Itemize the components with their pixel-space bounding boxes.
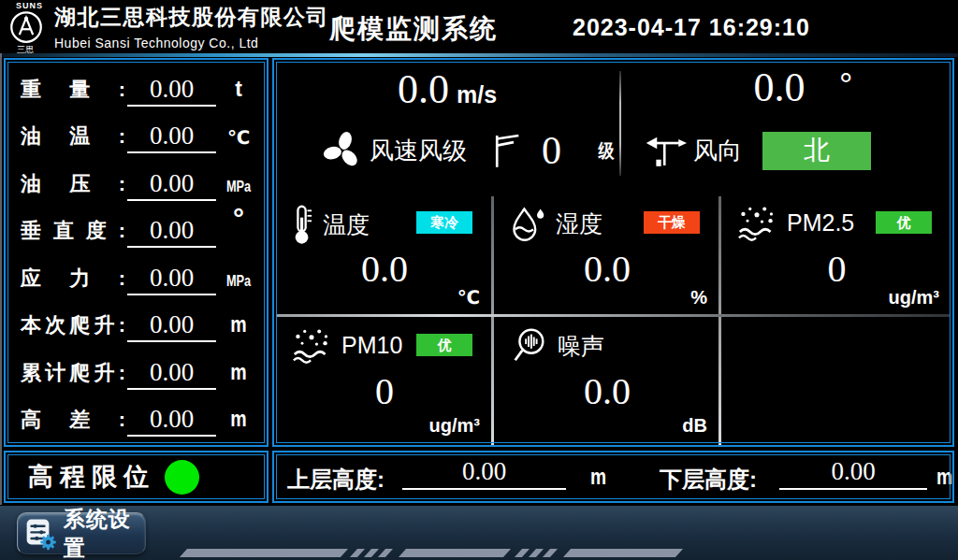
upper-height-value: 0.00 — [402, 459, 566, 490]
upper-height-unit: m — [590, 464, 606, 490]
wind-barb-icon — [491, 132, 521, 169]
weight-value: 0.00 — [127, 77, 216, 107]
verticality-unit: ° — [220, 205, 257, 251]
height-diff-unit: m — [223, 409, 254, 440]
screen-edge-highlight — [0, 53, 2, 560]
thermometer-icon — [291, 204, 313, 245]
grid-divider-vertical-2 — [718, 196, 721, 445]
company-name-en: Hubei Sansi Technology Co., Ltd — [54, 36, 329, 50]
temperature-label: 温度 — [323, 209, 370, 240]
total-climb-value: 0.00 — [127, 360, 216, 390]
page-title: 爬模监测系统 — [329, 11, 498, 47]
header-accent-bar — [0, 53, 958, 57]
wind-speed-label: 风速风级 — [370, 135, 467, 167]
lower-height-value: 0.00 — [779, 459, 927, 490]
temperature-value: 0.0 — [278, 251, 491, 288]
temperature-level-badge: 寒冷 — [416, 211, 472, 234]
row-verticality: 垂直度: 0.00 ° — [11, 206, 261, 251]
system-settings-label: 系统设置 — [64, 505, 145, 560]
measurement-rows: 重量: 0.00 t 油温: 0.00 ℃ 油压: 0.00 MPa 垂直度: … — [11, 65, 261, 440]
elevation-status-indicator — [165, 460, 199, 495]
pm25-cell: PM2.5 优 0 ug/m³ — [723, 196, 951, 314]
dust-icon — [291, 326, 332, 364]
row-total-climb: 累计爬升: 0.00 m — [11, 348, 261, 394]
weight-unit: t — [220, 79, 257, 110]
app-header: SUNS 三思 湖北三思科技股份有限公司 Hubei Sansi Technol… — [0, 0, 958, 53]
fan-icon — [323, 131, 362, 170]
row-current-climb: 本次爬升: 0.00 m — [11, 300, 261, 346]
measurements-panel: 重量: 0.00 t 油温: 0.00 ℃ 油压: 0.00 MPa 垂直度: … — [4, 58, 269, 447]
datetime: 2023-04-17 16:29:10 — [573, 14, 810, 41]
droplet-icon — [509, 204, 546, 243]
pm25-value: 0 — [723, 251, 951, 288]
logo-icon — [9, 10, 43, 44]
temperature-unit: ℃ — [457, 286, 480, 309]
noise-label: 噪声 — [558, 331, 604, 362]
upper-height-label: 上层高度: — [287, 465, 385, 495]
current-climb-unit: m — [223, 314, 254, 346]
row-height-diff: 高差: 0.00 m — [11, 395, 261, 440]
noise-value: 0.0 — [496, 373, 718, 410]
monitor-screen: SUNS 三思 湖北三思科技股份有限公司 Hubei Sansi Technol… — [0, 0, 958, 560]
pm25-unit: ug/m³ — [889, 287, 939, 309]
wind-direction-indicator: 北 — [762, 132, 871, 170]
humidity-cell: 湿度 干燥 0.0 % — [496, 196, 718, 314]
wind-level-value: 0 — [542, 131, 561, 170]
current-climb-value: 0.00 — [127, 312, 216, 342]
footer-decor-stripes — [183, 549, 679, 557]
logo-top-text: SUNS — [16, 1, 43, 10]
wind-direction-group: 风向 北 — [645, 122, 871, 179]
temperature-cell: 温度 寒冷 0.0 ℃ — [278, 196, 491, 314]
noise-icon — [509, 326, 548, 366]
wind-speed-unit: m/s — [457, 81, 497, 108]
total-climb-unit: m — [223, 362, 254, 394]
company-logo: SUNS 三思 — [7, 1, 52, 52]
wind-section-divider — [619, 71, 621, 176]
pm10-label: PM10 — [341, 332, 402, 359]
pm25-label: PM2.5 — [787, 209, 854, 237]
row-oil-temp: 油温: 0.00 ℃ — [11, 111, 261, 157]
stress-label: 应力: — [21, 268, 125, 299]
weight-label: 重量: — [21, 79, 125, 110]
verticality-value: 0.00 — [127, 218, 216, 248]
lower-height-unit: m — [936, 464, 952, 490]
stress-unit: MPa — [225, 273, 253, 299]
elevation-limit-label: 高程限位 — [28, 460, 155, 494]
pm25-level-badge: 优 — [876, 211, 932, 234]
wind-direction-unit: ° — [839, 69, 852, 103]
row-stress: 应力: 0.00 MPa — [11, 253, 261, 299]
company-name-cn: 湖北三思科技股份有限公司 — [54, 3, 329, 32]
humidity-unit: % — [690, 287, 707, 309]
humidity-value: 0.0 — [496, 251, 718, 288]
pm10-level-badge: 优 — [416, 334, 472, 356]
pm10-cell: PM10 优 0 ug/m³ — [278, 319, 491, 442]
wind-speed-group: 风速风级 0 级 — [274, 122, 616, 179]
height-diff-value: 0.00 — [127, 407, 216, 437]
row-oil-pressure: 油压: 0.00 MPa — [11, 159, 261, 205]
elevation-limit-panel: 高程限位 — [4, 451, 269, 503]
system-settings-button[interactable]: 系统设置 — [17, 512, 146, 554]
grid-divider-horizontal — [276, 314, 951, 317]
oil-temp-label: 油温: — [21, 126, 125, 157]
pm10-value: 0 — [278, 373, 491, 410]
wind-level-unit: 级 — [599, 138, 615, 164]
row-weight: 重量: 0.00 t — [11, 65, 261, 110]
footer-bar: 系统设置 — [0, 505, 958, 560]
environment-panel: 0.0m/s 风速风级 0 级 0.0 — [272, 58, 954, 447]
wind-speed-value: 0.0 — [398, 66, 449, 112]
wind-speed-readout: 0.0m/s — [274, 69, 620, 110]
oil-pressure-label: 油压: — [21, 174, 125, 205]
noise-cell: 噪声 0.0 dB — [496, 319, 718, 442]
dust-icon — [736, 204, 777, 241]
stress-value: 0.00 — [127, 266, 216, 295]
oil-pressure-unit: MPa — [225, 179, 253, 205]
heights-panel: 上层高度: 0.00 m 下层高度: 0.00 m — [272, 451, 954, 503]
grid-divider-vertical-1 — [491, 196, 494, 445]
verticality-label: 垂直度: — [21, 221, 125, 251]
humidity-label: 湿度 — [556, 208, 602, 239]
oil-temp-unit: ℃ — [220, 128, 257, 157]
humidity-level-badge: 干燥 — [644, 211, 700, 234]
height-diff-label: 高差: — [21, 409, 125, 440]
oil-pressure-value: 0.00 — [127, 171, 216, 201]
wind-direction-label: 风向 — [693, 135, 742, 167]
